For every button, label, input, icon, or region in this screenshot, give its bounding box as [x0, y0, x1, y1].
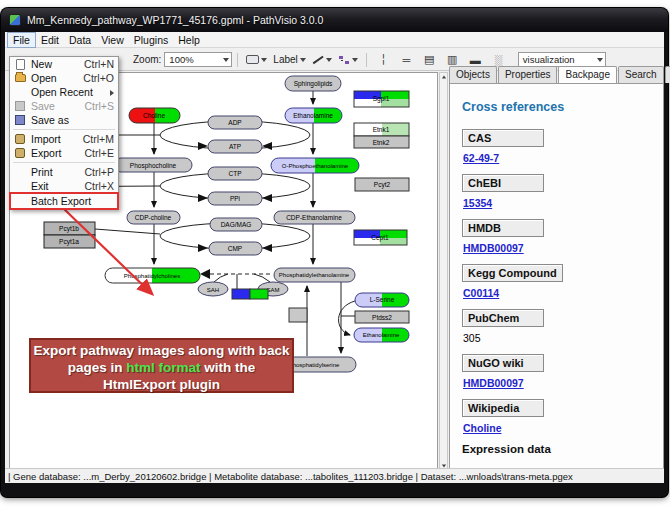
node-ctp[interactable]: CTP [208, 167, 262, 180]
svg-text:Phosphatidylcholines: Phosphatidylcholines [124, 273, 180, 279]
dropdown-arrow-icon [300, 58, 306, 62]
node-phosphatidylcholines[interactable]: Phosphatidylcholines [105, 268, 200, 283]
xref-value: 305 [463, 332, 481, 344]
tab-backpage[interactable]: Backpage [558, 66, 616, 83]
node-sphingolipids[interactable]: Sphingolipids [285, 76, 341, 91]
node-phosphocholine[interactable]: Phosphocholine [114, 158, 192, 172]
svg-text:Ptdss2: Ptdss2 [372, 314, 392, 321]
tab-search[interactable]: Search [618, 66, 664, 83]
file-menu-new[interactable]: New Ctrl+N [10, 57, 118, 71]
xref-section-wikipedia: Wikipedia Choline [462, 398, 663, 434]
distribute-vertical-button[interactable]: ▤ [422, 53, 437, 67]
node-o-phosphoethanolamine[interactable]: O-Phosphoethanolamine [271, 158, 359, 173]
menu-edit[interactable]: Edit [36, 33, 64, 47]
distribute-horizontal-button[interactable]: ▥ [445, 53, 460, 67]
title-bar[interactable]: Mm_Kennedy_pathway_WP1771_45176.gpml - P… [1, 8, 668, 32]
dropdown-arrow-icon [352, 58, 358, 62]
file-menu-export[interactable]: Export Ctrl+E [10, 146, 118, 160]
file-menu-open[interactable]: Open Ctrl+O [10, 71, 118, 85]
file-menu-popup: New Ctrl+N Open Ctrl+O Open Recent Save … [9, 56, 119, 210]
vertical-scrollbar[interactable] [439, 72, 448, 471]
file-menu-import[interactable]: Import Ctrl+M [10, 132, 118, 146]
node-phosphatidylethanolamine[interactable]: Phosphatidylethanolamine [274, 268, 355, 282]
svg-text:Ethanolamine: Ethanolamine [293, 112, 333, 119]
status-bar: | Gene database: ...m_Derby_20120602.bri… [5, 468, 664, 483]
svg-text:CMP: CMP [228, 245, 242, 252]
zoom-value: 100% [169, 54, 193, 65]
xref-link[interactable]: HMDB00097 [463, 242, 524, 254]
side-panel-tabs: Objects Properties Backpage Search Legen… [449, 66, 664, 83]
menu-view[interactable]: View [96, 33, 129, 47]
file-menu-batch-export[interactable]: Batch Export [10, 193, 118, 209]
window-client-area: File Edit Data View Plugins Help Zoom: 1… [5, 32, 664, 483]
menu-plugins[interactable]: Plugins [129, 33, 173, 47]
file-menu-save-as[interactable]: Save as [10, 113, 118, 127]
scroll-up-arrow[interactable] [440, 73, 448, 81]
xref-title: Kegg Compound [462, 264, 563, 282]
svg-text:CTP: CTP [229, 170, 242, 177]
submenu-arrow-icon [110, 90, 114, 96]
svg-text:SAH: SAH [207, 287, 219, 293]
svg-text:Ethanolamine: Ethanolamine [363, 332, 400, 338]
new-line-button[interactable] [309, 53, 335, 67]
xref-link[interactable]: 62-49-7 [463, 152, 499, 164]
node-sah[interactable]: SAH [198, 282, 228, 296]
node-sgpl1[interactable]: Sgpl1 [354, 91, 409, 107]
app-icon [9, 14, 21, 26]
file-menu-open-recent[interactable]: Open Recent [10, 85, 118, 99]
xref-title: NuGO wiki [462, 354, 544, 372]
file-menu-save[interactable]: Save Ctrl+S [10, 99, 118, 113]
menu-file[interactable]: File [7, 32, 36, 48]
menu-data[interactable]: Data [64, 33, 96, 47]
save-icon [15, 101, 25, 111]
svg-text:ADP: ADP [228, 119, 241, 126]
xref-section-cas: CAS 62-49-7 [462, 128, 663, 164]
node-choline[interactable]: Choline [129, 108, 180, 123]
new-label-button[interactable]: Label [270, 53, 308, 66]
node-cdp-choline[interactable]: CDP-choline [127, 211, 180, 224]
node-pcyt1b[interactable]: Pcyt1b [44, 222, 95, 235]
node-adp[interactable]: ADP [208, 116, 262, 129]
node-pcyt1a[interactable]: Pcyt1a [44, 235, 95, 248]
node-pcyt2[interactable]: Pcyt2 [355, 178, 409, 191]
xref-section-pubchem: PubChem 305 [462, 308, 663, 344]
file-menu-print[interactable]: Print Ctrl+P [10, 165, 118, 179]
menu-help[interactable]: Help [173, 33, 205, 47]
tab-objects[interactable]: Objects [449, 66, 497, 83]
node-dag-mag[interactable]: DAG/MAG [210, 218, 262, 231]
xref-link[interactable]: C00114 [463, 287, 499, 299]
xref-title: HMDB [462, 219, 544, 237]
file-menu-exit[interactable]: Exit Ctrl+X [10, 179, 118, 193]
xref-link[interactable]: Choline [463, 422, 502, 434]
svg-text:PPi: PPi [230, 195, 240, 202]
xref-section-kegg: Kegg Compound C00114 [462, 263, 663, 299]
node-ethanolamine-2[interactable]: Ethanolamine [354, 328, 409, 342]
node-ppi[interactable]: PPi [208, 192, 262, 205]
tab-legend[interactable]: Legend [665, 66, 670, 83]
xref-link[interactable]: HMDB00097 [463, 377, 524, 389]
align-center-y-button[interactable]: ═ [399, 53, 414, 67]
common-size-height-button[interactable]: ░ [491, 53, 506, 67]
new-connector-button[interactable] [335, 54, 361, 66]
node-cdp-ethanolamine[interactable]: CDP-Ethanolamine [274, 211, 355, 224]
node-etnk2[interactable]: Etnk2 [354, 136, 409, 148]
node-etnk1[interactable]: Etnk1 [354, 123, 409, 136]
node-l-serine[interactable]: L-Serine [355, 293, 409, 307]
visualization-combo[interactable]: visualization [518, 52, 606, 67]
dropdown-arrow-icon [223, 58, 229, 62]
xref-link[interactable]: 15354 [463, 197, 492, 209]
svg-text:Sgpl1: Sgpl1 [373, 95, 390, 103]
node-cmp[interactable]: CMP [209, 242, 262, 255]
svg-text:ATP: ATP [229, 143, 241, 150]
backpage-content[interactable]: Cross references CAS 62-49-7 ChEBI 15354… [449, 83, 664, 472]
node-atp[interactable]: ATP [208, 140, 262, 153]
zoom-combo[interactable]: 100% [164, 52, 232, 67]
svg-text:Pcyt1a: Pcyt1a [59, 238, 79, 246]
new-datanode-button[interactable] [243, 54, 270, 65]
common-size-width-button[interactable]: ▬ [468, 53, 483, 67]
align-center-x-button[interactable]: ╎ [376, 53, 391, 67]
node-ptdss2[interactable]: Ptdss2 [355, 311, 409, 323]
node-ethanolamine[interactable]: Ethanolamine [285, 108, 342, 123]
node-cept1[interactable]: Cept1 [354, 230, 407, 245]
tab-properties[interactable]: Properties [498, 66, 558, 83]
